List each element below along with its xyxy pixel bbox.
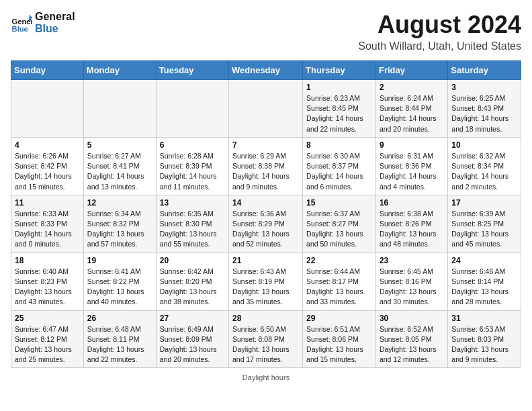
calendar-cell: 21Sunrise: 6:43 AM Sunset: 8:19 PM Dayli… — [229, 253, 303, 310]
calendar-cell: 18Sunrise: 6:40 AM Sunset: 8:23 PM Dayli… — [11, 253, 84, 310]
calendar-cell: 16Sunrise: 6:38 AM Sunset: 8:26 PM Dayli… — [375, 195, 447, 253]
day-detail: Sunrise: 6:47 AM Sunset: 8:12 PM Dayligh… — [15, 324, 80, 365]
day-number: 31 — [451, 314, 517, 323]
calendar-cell: 6Sunrise: 6:28 AM Sunset: 8:39 PM Daylig… — [156, 137, 228, 195]
calendar-cell: 14Sunrise: 6:36 AM Sunset: 8:29 PM Dayli… — [229, 195, 303, 253]
day-number: 15 — [306, 198, 372, 208]
calendar-cell: 26Sunrise: 6:48 AM Sunset: 8:11 PM Dayli… — [83, 310, 156, 368]
day-number: 7 — [232, 140, 299, 150]
calendar-cell: 5Sunrise: 6:27 AM Sunset: 8:41 PM Daylig… — [83, 137, 156, 195]
day-number: 13 — [160, 198, 225, 208]
day-number: 5 — [87, 140, 152, 150]
logo-line2: Blue — [35, 23, 75, 35]
day-detail: Sunrise: 6:30 AM Sunset: 8:37 PM Dayligh… — [306, 151, 372, 192]
header-day-sunday: Sunday — [11, 61, 84, 80]
header-day-wednesday: Wednesday — [229, 61, 303, 80]
logo: General Blue General Blue — [11, 11, 75, 34]
calendar-cell: 2Sunrise: 6:24 AM Sunset: 8:44 PM Daylig… — [375, 80, 447, 138]
calendar-week-2: 4Sunrise: 6:26 AM Sunset: 8:42 PM Daylig… — [11, 137, 521, 195]
calendar-cell — [83, 80, 156, 138]
day-number: 2 — [380, 83, 444, 92]
day-number: 10 — [451, 140, 517, 150]
day-number: 24 — [451, 256, 517, 265]
calendar-cell: 13Sunrise: 6:35 AM Sunset: 8:30 PM Dayli… — [156, 195, 228, 253]
day-detail: Sunrise: 6:49 AM Sunset: 8:09 PM Dayligh… — [160, 324, 225, 365]
header-day-friday: Friday — [375, 61, 447, 80]
calendar-cell — [156, 80, 228, 138]
day-detail: Sunrise: 6:29 AM Sunset: 8:38 PM Dayligh… — [232, 151, 299, 192]
calendar-cell: 28Sunrise: 6:50 AM Sunset: 8:08 PM Dayli… — [229, 310, 303, 368]
day-detail: Sunrise: 6:36 AM Sunset: 8:29 PM Dayligh… — [232, 209, 299, 250]
day-number: 9 — [380, 140, 444, 150]
calendar-cell: 19Sunrise: 6:41 AM Sunset: 8:22 PM Dayli… — [83, 253, 156, 310]
day-number: 29 — [306, 314, 372, 323]
calendar-cell: 9Sunrise: 6:31 AM Sunset: 8:36 PM Daylig… — [375, 137, 447, 195]
day-detail: Sunrise: 6:35 AM Sunset: 8:30 PM Dayligh… — [160, 209, 225, 250]
day-detail: Sunrise: 6:50 AM Sunset: 8:08 PM Dayligh… — [232, 324, 299, 365]
header-day-saturday: Saturday — [448, 61, 521, 80]
calendar-cell: 22Sunrise: 6:44 AM Sunset: 8:17 PM Dayli… — [303, 253, 376, 310]
calendar-cell: 8Sunrise: 6:30 AM Sunset: 8:37 PM Daylig… — [303, 137, 376, 195]
calendar-cell: 12Sunrise: 6:34 AM Sunset: 8:32 PM Dayli… — [83, 195, 156, 253]
day-detail: Sunrise: 6:31 AM Sunset: 8:36 PM Dayligh… — [380, 151, 444, 192]
calendar-cell: 11Sunrise: 6:33 AM Sunset: 8:33 PM Dayli… — [11, 195, 84, 253]
day-number: 3 — [451, 83, 517, 92]
header-day-tuesday: Tuesday — [156, 61, 228, 80]
footer-text: Daylight hours — [242, 373, 290, 381]
day-detail: Sunrise: 6:38 AM Sunset: 8:26 PM Dayligh… — [380, 209, 444, 250]
header-day-thursday: Thursday — [303, 61, 376, 80]
calendar-cell: 7Sunrise: 6:29 AM Sunset: 8:38 PM Daylig… — [229, 137, 303, 195]
logo-icon: General Blue — [11, 12, 32, 34]
logo-line1: General — [35, 11, 75, 23]
day-number: 17 — [451, 198, 517, 208]
day-number: 6 — [160, 140, 225, 150]
calendar-cell: 29Sunrise: 6:51 AM Sunset: 8:06 PM Dayli… — [303, 310, 376, 368]
day-number: 4 — [15, 140, 80, 150]
day-number: 8 — [306, 140, 372, 150]
day-detail: Sunrise: 6:25 AM Sunset: 8:43 PM Dayligh… — [451, 93, 517, 134]
day-number: 18 — [15, 256, 80, 265]
day-detail: Sunrise: 6:26 AM Sunset: 8:42 PM Dayligh… — [15, 151, 80, 192]
day-detail: Sunrise: 6:53 AM Sunset: 8:03 PM Dayligh… — [451, 324, 517, 365]
day-detail: Sunrise: 6:23 AM Sunset: 8:45 PM Dayligh… — [306, 93, 372, 134]
day-number: 25 — [15, 314, 80, 323]
day-detail: Sunrise: 6:27 AM Sunset: 8:41 PM Dayligh… — [87, 151, 152, 192]
calendar-cell: 3Sunrise: 6:25 AM Sunset: 8:43 PM Daylig… — [448, 80, 521, 138]
day-number: 12 — [87, 198, 152, 208]
day-detail: Sunrise: 6:28 AM Sunset: 8:39 PM Dayligh… — [160, 151, 225, 192]
svg-text:Blue: Blue — [12, 24, 28, 32]
day-detail: Sunrise: 6:24 AM Sunset: 8:44 PM Dayligh… — [380, 93, 444, 134]
calendar-cell: 4Sunrise: 6:26 AM Sunset: 8:42 PM Daylig… — [11, 137, 84, 195]
day-detail: Sunrise: 6:37 AM Sunset: 8:27 PM Dayligh… — [306, 209, 372, 250]
calendar-cell: 1Sunrise: 6:23 AM Sunset: 8:45 PM Daylig… — [303, 80, 376, 138]
calendar-cell: 25Sunrise: 6:47 AM Sunset: 8:12 PM Dayli… — [11, 310, 84, 368]
day-detail: Sunrise: 6:34 AM Sunset: 8:32 PM Dayligh… — [87, 209, 152, 250]
calendar-cell: 15Sunrise: 6:37 AM Sunset: 8:27 PM Dayli… — [303, 195, 376, 253]
day-number: 30 — [380, 314, 444, 323]
day-detail: Sunrise: 6:40 AM Sunset: 8:23 PM Dayligh… — [15, 267, 80, 308]
day-number: 19 — [87, 256, 152, 265]
page-header: General Blue General Blue August 2024 So… — [11, 11, 521, 52]
calendar-subtitle: South Willard, Utah, United States — [358, 40, 521, 52]
calendar-header-row: SundayMondayTuesdayWednesdayThursdayFrid… — [11, 61, 521, 80]
day-number: 26 — [87, 314, 152, 323]
day-detail: Sunrise: 6:48 AM Sunset: 8:11 PM Dayligh… — [87, 324, 152, 365]
day-detail: Sunrise: 6:39 AM Sunset: 8:25 PM Dayligh… — [451, 209, 517, 250]
day-number: 16 — [380, 198, 444, 208]
calendar-week-5: 25Sunrise: 6:47 AM Sunset: 8:12 PM Dayli… — [11, 310, 521, 368]
day-number: 14 — [232, 198, 299, 208]
calendar-week-1: 1Sunrise: 6:23 AM Sunset: 8:45 PM Daylig… — [11, 80, 521, 138]
day-number: 28 — [232, 314, 299, 323]
day-detail: Sunrise: 6:51 AM Sunset: 8:06 PM Dayligh… — [306, 324, 372, 365]
day-detail: Sunrise: 6:41 AM Sunset: 8:22 PM Dayligh… — [87, 267, 152, 308]
day-detail: Sunrise: 6:44 AM Sunset: 8:17 PM Dayligh… — [306, 267, 372, 308]
calendar-cell: 17Sunrise: 6:39 AM Sunset: 8:25 PM Dayli… — [448, 195, 521, 253]
day-detail: Sunrise: 6:32 AM Sunset: 8:34 PM Dayligh… — [451, 151, 517, 192]
calendar-cell: 10Sunrise: 6:32 AM Sunset: 8:34 PM Dayli… — [448, 137, 521, 195]
calendar-week-3: 11Sunrise: 6:33 AM Sunset: 8:33 PM Dayli… — [11, 195, 521, 253]
calendar-cell — [229, 80, 303, 138]
day-number: 21 — [232, 256, 299, 265]
day-number: 20 — [160, 256, 225, 265]
calendar-cell: 20Sunrise: 6:42 AM Sunset: 8:20 PM Dayli… — [156, 253, 228, 310]
day-detail: Sunrise: 6:33 AM Sunset: 8:33 PM Dayligh… — [15, 209, 80, 250]
